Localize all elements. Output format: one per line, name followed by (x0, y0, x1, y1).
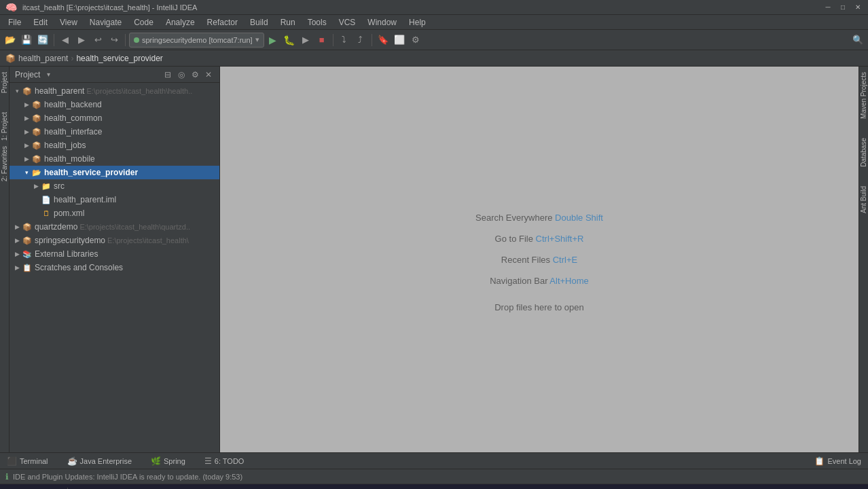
menu-vcs[interactable]: VCS (333, 16, 361, 29)
taskbar-file-manager[interactable]: 📁 (71, 486, 90, 490)
menu-navigate[interactable]: Navigate (84, 16, 127, 29)
close-panel-icon[interactable]: ✕ (203, 69, 214, 80)
run-button[interactable]: ▶ (266, 33, 281, 48)
folder-icon-src: 📁 (41, 181, 52, 192)
breadcrumb-item-health-parent[interactable]: health_parent (18, 54, 68, 63)
titlebar: 🧠 itcast_health [E:\projects\itcast_heal… (0, 0, 868, 15)
taskbar-cortana[interactable]: ◎ (45, 486, 64, 490)
statusbar: ⬛ Terminal ☕ Java Enterprise 🌿 Spring ☰ … (0, 452, 868, 469)
taskbar-app8[interactable]: 🟦 (282, 486, 301, 490)
project-vtab[interactable]: Project (1, 69, 8, 96)
project-header-icons: ⊟ ◎ ⚙ ✕ (162, 69, 214, 80)
toolbar-forward[interactable]: ▶ (74, 33, 89, 48)
taskbar-app2[interactable]: 🖊 (156, 486, 175, 490)
tree-item-health-interface[interactable]: ▶ 📦 health_interface (10, 125, 219, 139)
number2-vtab[interactable]: 2: Favorites (1, 143, 8, 184)
menu-window[interactable]: Window (362, 16, 402, 29)
toolbar-back[interactable]: ◀ (58, 33, 73, 48)
tree-item-springsecuritydemo[interactable]: ▶ 📦 springsecuritydemo E:\projects\itcas… (10, 234, 219, 247)
taskbar-app1[interactable]: ⬛ (134, 486, 153, 490)
tree-item-health-backend[interactable]: ▶ 📦 health_backend (10, 98, 219, 111)
tree-label-src: src (54, 181, 65, 191)
tree-item-scratches[interactable]: ▶ 📋 Scratches and Consoles (10, 261, 219, 274)
module-icon-health-interface: 📦 (31, 126, 42, 137)
menu-analyze[interactable]: Analyze (160, 16, 200, 29)
tree-item-pom-xml[interactable]: 🗒 pom.xml (10, 206, 219, 220)
collapse-all-icon[interactable]: ⊟ (162, 69, 173, 80)
favorites-vtab[interactable]: 1: Project (1, 109, 8, 143)
menu-code[interactable]: Code (128, 16, 159, 29)
titlebar-title: itcast_health [E:\projects\itcast_health… (22, 3, 823, 12)
run-with-coverage[interactable]: ▶ (298, 33, 313, 48)
run-config-selector[interactable]: springsecuritydemo [tomcat7:run] ▾ (129, 33, 264, 48)
taskbar-chrome[interactable]: 🌐 (92, 486, 111, 490)
taskbar-search[interactable]: 🔍 (24, 486, 43, 490)
taskbar-intellij[interactable]: 🧠 (113, 486, 132, 490)
taskbar-app9[interactable]: 🟧 (303, 486, 322, 490)
settings-gear-icon[interactable]: ⚙ (189, 69, 200, 80)
menu-file[interactable]: File (3, 16, 26, 29)
toolbar-nav2[interactable]: ↪ (107, 33, 122, 48)
menu-tools[interactable]: Tools (302, 16, 332, 29)
project-header-title: Project (15, 70, 40, 79)
editor-area: Search Everywhere Double Shift Go to Fil… (220, 67, 858, 452)
locate-icon[interactable]: ◎ (176, 69, 187, 80)
todo-label: 6: TODO (215, 457, 245, 465)
minimize-button[interactable]: ─ (823, 3, 833, 12)
build-step-over[interactable]: ⤵ (337, 33, 352, 48)
menu-build[interactable]: Build (245, 16, 274, 29)
taskbar-app5[interactable]: 🔴 (219, 486, 238, 490)
hint-recent-files: Recent Files Ctrl+E (501, 255, 577, 265)
toolbar-nav1[interactable]: ↩ (90, 33, 105, 48)
breadcrumb-separator: › (71, 54, 73, 63)
terminal-tab[interactable]: ⬛ Terminal (3, 455, 52, 467)
tree-item-external-libraries[interactable]: ▶ 📚 External Libraries (10, 247, 219, 261)
todo-tab[interactable]: ☰ 6: TODO (200, 455, 249, 467)
tree-item-health-mobile[interactable]: ▶ 📦 health_mobile (10, 152, 219, 166)
taskbar-app6[interactable]: 📝 (240, 486, 259, 490)
menu-edit[interactable]: Edit (28, 16, 53, 29)
tree-arrow-health-backend: ▶ (22, 101, 31, 108)
menu-run[interactable]: Run (275, 16, 301, 29)
tree-item-src[interactable]: ▶ 📁 src (10, 179, 219, 193)
bookmark-button[interactable]: 🔖 (376, 33, 391, 48)
settings-button[interactable]: ⚙ (408, 33, 423, 48)
project-dropdown-arrow[interactable]: ▾ (47, 71, 50, 78)
scratches-icon: 📋 (22, 262, 33, 273)
tree-item-health-parent[interactable]: ▾ 📦 health_parent E:\projects\itcast_hea… (10, 84, 219, 98)
debug-button[interactable]: 🐛 (282, 33, 297, 48)
toolbar-save[interactable]: 💾 (19, 33, 34, 48)
stop-button[interactable]: ■ (314, 33, 329, 48)
build-step-into[interactable]: ⤴ (353, 33, 368, 48)
ant-vtab[interactable]: Ant Build (860, 183, 867, 216)
breadcrumb-item-service-provider[interactable]: health_service_provider (76, 54, 162, 63)
hint-recent-key: Ctrl+E (553, 255, 577, 265)
terminal-button[interactable]: ⬜ (392, 33, 407, 48)
java-enterprise-tab[interactable]: ☕ Java Enterprise (63, 455, 136, 467)
menu-refactor[interactable]: Refactor (202, 16, 243, 29)
menu-view[interactable]: View (54, 16, 83, 29)
taskbar-app3[interactable]: 🐱 (177, 486, 196, 490)
database-vtab[interactable]: Database (860, 135, 867, 170)
taskbar-app4[interactable]: 🔶 (198, 486, 217, 490)
windows-start-button[interactable]: ⊞ (3, 486, 22, 490)
module-icon-health-jobs: 📦 (31, 140, 42, 151)
tree-item-health-parent-iml[interactable]: 📄 health_parent.iml (10, 193, 219, 206)
search-everywhere-button[interactable]: 🔍 (850, 33, 865, 48)
maximize-button[interactable]: □ (838, 3, 848, 12)
toolbar-sync[interactable]: 🔄 (35, 33, 50, 48)
spring-tab[interactable]: 🌿 Spring (147, 455, 189, 467)
windows-taskbar: ⊞ 🔍 ◎ 📁 🌐 🧠 ⬛ 🖊 🐱 🔶 🔴 📝 ⬛ 🟦 🟧 🔤 📶 🔊 9:53… (0, 484, 868, 489)
event-log-tab[interactable]: 📋 Event Log (810, 455, 865, 467)
hint-goto-key: Ctrl+Shift+R (536, 234, 584, 244)
tree-item-health-common[interactable]: ▶ 📦 health_common (10, 111, 219, 125)
menu-help[interactable]: Help (403, 16, 431, 29)
close-button[interactable]: ✕ (853, 3, 863, 12)
taskbar-app7[interactable]: ⬛ (261, 486, 280, 490)
run-config-label: springsecuritydemo [tomcat7:run] (142, 36, 253, 44)
tree-item-quartzdemo[interactable]: ▶ 📦 quartzdemo E:\projects\itcast_health… (10, 220, 219, 234)
maven-vtab[interactable]: Maven Projects (860, 69, 867, 122)
toolbar-folder-open[interactable]: 📂 (3, 33, 18, 48)
tree-item-health-jobs[interactable]: ▶ 📦 health_jobs (10, 139, 219, 152)
tree-item-health-service-provider[interactable]: ▾ 📂 health_service_provider (10, 166, 219, 179)
